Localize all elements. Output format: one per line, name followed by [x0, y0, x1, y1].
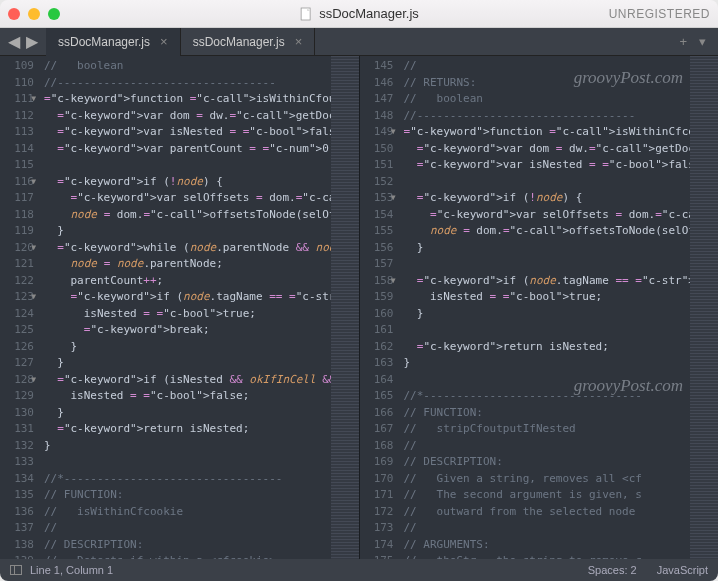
- tab-close-icon[interactable]: ×: [160, 34, 168, 49]
- window-title-text: ssDocManager.js: [319, 6, 419, 21]
- minimize-window-button[interactable]: [28, 8, 40, 20]
- tab-label: ssDocManager.js: [58, 35, 150, 49]
- editor-pane-right: 145146147148149▼150151152153▼15415515615…: [359, 56, 719, 559]
- editor-pane-left: 109110111▼112113114115116▼117118119120▼1…: [0, 56, 359, 559]
- tab-label: ssDocManager.js: [193, 35, 285, 49]
- nav-forward-button[interactable]: ▶: [24, 34, 40, 50]
- nav-back-button[interactable]: ◀: [6, 34, 22, 50]
- gutter: 109110111▼112113114115116▼117118119120▼1…: [0, 56, 44, 559]
- cursor-position[interactable]: Line 1, Column 1: [30, 564, 113, 576]
- indentation-setting[interactable]: Spaces: 2: [588, 564, 637, 576]
- tab-file-2[interactable]: ssDocManager.js ×: [181, 28, 316, 56]
- syntax-setting[interactable]: JavaScript: [657, 564, 708, 576]
- new-tab-button[interactable]: +: [675, 32, 691, 51]
- code-area[interactable]: //// RETURNS:// boolean//---------------…: [404, 56, 691, 559]
- minimap[interactable]: [690, 56, 718, 559]
- titlebar: ssDocManager.js UNREGISTERED: [0, 0, 718, 28]
- close-window-button[interactable]: [8, 8, 20, 20]
- toolbar: ◀ ▶ ssDocManager.js × ssDocManager.js × …: [0, 28, 718, 56]
- tabs: ssDocManager.js × ssDocManager.js ×: [46, 28, 667, 56]
- gutter: 145146147148149▼150151152153▼15415515615…: [360, 56, 404, 559]
- panel-switcher-icon[interactable]: [10, 565, 22, 575]
- maximize-window-button[interactable]: [48, 8, 60, 20]
- window-title: ssDocManager.js: [299, 6, 419, 21]
- editor-area: 109110111▼112113114115116▼117118119120▼1…: [0, 56, 718, 559]
- minimap[interactable]: [331, 56, 359, 559]
- unregistered-label: UNREGISTERED: [609, 7, 710, 21]
- tab-close-icon[interactable]: ×: [295, 34, 303, 49]
- tab-file-1[interactable]: ssDocManager.js ×: [46, 28, 181, 56]
- more-menu-button[interactable]: ▾: [695, 32, 710, 51]
- code-area[interactable]: // boolean//----------------------------…: [44, 56, 331, 559]
- traffic-lights: [8, 8, 60, 20]
- file-icon: [299, 7, 313, 21]
- statusbar: Line 1, Column 1 Spaces: 2 JavaScript: [0, 559, 718, 581]
